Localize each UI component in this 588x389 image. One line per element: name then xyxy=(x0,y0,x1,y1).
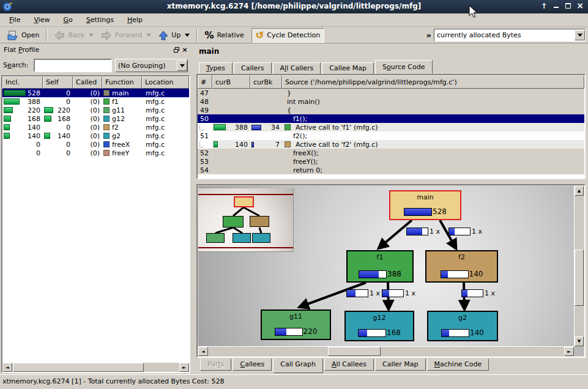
graph-vscrollbar[interactable]: ▲ ▼ xyxy=(574,186,584,346)
scroll-thumb[interactable] xyxy=(328,347,381,356)
flat-profile-row[interactable]: 140140(0)g2mfg.c xyxy=(2,132,189,140)
curb-bar xyxy=(214,141,218,147)
horizontal-splitter[interactable] xyxy=(195,179,588,184)
source-line-row[interactable]: 50f1(); xyxy=(198,114,584,123)
column-header-incl[interactable]: Incl. xyxy=(2,76,43,89)
edge-label-f1-g11[interactable]: 1 x xyxy=(346,289,380,297)
source-column-header-3[interactable]: Source ('/home/philippe/valgrind/littlep… xyxy=(282,75,584,89)
page-title: main xyxy=(199,47,219,56)
scroll-up-button[interactable]: ▲ xyxy=(575,186,584,196)
flat-profile-hscrollbar[interactable]: ◄ ► xyxy=(2,362,189,372)
relative-toggle-button[interactable]: % Relative xyxy=(201,28,247,43)
graph-node-main[interactable]: main528 xyxy=(389,190,461,220)
flat-profile-row[interactable]: 168168(0)g12mfg.c xyxy=(2,114,189,123)
source-column-header-1[interactable]: curB xyxy=(212,75,250,89)
search-input[interactable] xyxy=(34,59,112,72)
graph-node-g2[interactable]: g2140 xyxy=(427,311,498,341)
scroll-right-button[interactable]: ► xyxy=(564,347,574,356)
source-line-row[interactable]: 49{ xyxy=(198,106,584,114)
source-line-row[interactable]: 52freeX(); xyxy=(198,149,584,157)
call-annotation: Active call to 'f2' (mfg.c) xyxy=(293,141,378,149)
graph-node-g12[interactable]: g12168 xyxy=(344,311,414,341)
tab-source-code[interactable]: Source Code xyxy=(375,60,432,74)
tab-caller-map[interactable]: Caller Map xyxy=(375,358,426,371)
tab-callees[interactable]: Callees xyxy=(233,358,272,371)
called-cell: (0) xyxy=(73,114,102,123)
toolbar-overflow-button[interactable]: » xyxy=(424,31,434,40)
dock-close-button[interactable]: × xyxy=(180,46,189,54)
scroll-left-button[interactable]: ◄ xyxy=(198,347,208,356)
self-value: 140 xyxy=(50,132,73,140)
tab-all-callees[interactable]: All Callees xyxy=(324,358,374,371)
tab-callers[interactable]: Callers xyxy=(234,62,272,74)
scroll-thumb[interactable] xyxy=(575,250,584,306)
function-name: f2 xyxy=(112,124,119,132)
location-value: mfg.c xyxy=(142,132,165,140)
open-button[interactable]: Open xyxy=(4,28,43,43)
edge-label-main-f2[interactable]: 1 x xyxy=(448,228,482,235)
source-column-header-2[interactable]: curBk xyxy=(250,75,282,89)
scroll-thumb[interactable] xyxy=(13,363,144,372)
scroll-right-button[interactable]: ► xyxy=(179,363,189,372)
menu-view[interactable]: View xyxy=(28,15,55,25)
source-line-row[interactable]: 53freeY(); xyxy=(198,157,584,166)
up-button[interactable]: Up xyxy=(155,28,193,43)
function-cell: freeY xyxy=(102,149,142,157)
scroll-down-button[interactable]: ▼ xyxy=(575,336,584,346)
tab-callee-map[interactable]: Callee Map xyxy=(322,62,374,74)
tab-types[interactable]: Types xyxy=(199,62,233,74)
tab-all-callers[interactable]: All Callers xyxy=(273,62,321,74)
event-type-combobox[interactable]: currently allocated Bytes xyxy=(434,29,586,42)
graph-overview-minimap[interactable] xyxy=(198,188,294,252)
source-line-row[interactable]: 1407Active call to 'f2' (mfg.c) xyxy=(198,140,584,149)
cycle-detection-button[interactable]: ↺ Cycle Detection xyxy=(251,28,324,43)
source-line-row[interactable]: 38834Active call to 'f1' (mfg.c) xyxy=(198,123,584,132)
curb-cell xyxy=(212,166,250,174)
scroll-left-button[interactable]: ◄ xyxy=(2,363,12,372)
maximize-button[interactable] xyxy=(563,1,573,11)
source-line-row[interactable]: 54return 0; xyxy=(198,166,584,174)
column-header-location[interactable]: Location xyxy=(142,76,189,89)
forward-icon xyxy=(101,31,112,40)
tab-call-graph[interactable]: Call Graph xyxy=(273,358,323,373)
flat-profile-row[interactable]: 00(0)freeYmfg.c xyxy=(2,149,189,157)
flat-profile-row[interactable]: 220220(0)g11mfg.c xyxy=(2,106,189,114)
edge-label-f1-g12[interactable]: 1 x xyxy=(382,289,415,297)
flat-profile-row[interactable]: 00(0)freeXmfg.c xyxy=(2,140,189,149)
source-line-row[interactable]: 48int main() xyxy=(198,97,584,106)
shade-button[interactable]: ↑ xyxy=(539,1,549,11)
call-graph-canvas[interactable]: main528f1388f2140g11220g12168g2140 1 x1 … xyxy=(198,186,584,356)
tab-parts: Parts xyxy=(200,358,231,371)
graph-node-g11[interactable]: g11220 xyxy=(261,309,331,340)
source-cell: { xyxy=(282,106,584,114)
dock-float-button[interactable] xyxy=(172,46,180,54)
edge-label-main-f1[interactable]: 1 x xyxy=(406,228,440,235)
tab-machine-code[interactable]: Machine Code xyxy=(427,358,489,371)
graph-hscrollbar[interactable]: ◄ ► xyxy=(198,346,574,356)
column-header-self[interactable]: Self xyxy=(43,76,73,89)
flat-profile-row[interactable]: 5280(0)mainmfg.c xyxy=(2,89,189,97)
source-column-header-0[interactable]: # xyxy=(198,75,212,89)
graph-node-f2[interactable]: f2140 xyxy=(425,250,498,283)
detail-tab-bar: TypesCallersAll CallersCallee MapSource … xyxy=(199,60,434,74)
source-line-row[interactable]: 47} xyxy=(198,89,584,97)
minimize-button[interactable] xyxy=(551,1,561,11)
menu-go[interactable]: Go xyxy=(58,15,78,25)
grouping-dropdown-button[interactable] xyxy=(177,61,187,71)
close-button[interactable]: × xyxy=(575,1,585,11)
column-header-called[interactable]: Called xyxy=(73,76,102,89)
source-line-row[interactable]: 51f2(); xyxy=(198,132,584,140)
edge-label-f2-g2[interactable]: 1 x xyxy=(461,289,495,297)
grouping-combobox[interactable]: (No Grouping) xyxy=(115,59,188,72)
flat-profile-row[interactable]: 3880(0)f1mfg.c xyxy=(2,97,189,106)
column-header-function[interactable]: Function xyxy=(102,76,142,89)
menu-file[interactable]: File xyxy=(4,15,26,25)
source-code-text: } xyxy=(282,89,291,97)
menu-help[interactable]: Help xyxy=(122,15,148,25)
location-value: mfg.c xyxy=(142,106,165,114)
event-type-dropdown-button[interactable] xyxy=(575,30,585,40)
flat-profile-row[interactable]: 1400(0)f2mfg.c xyxy=(2,123,189,132)
menu-settings[interactable]: Settings xyxy=(81,15,119,25)
graph-node-f1[interactable]: f1388 xyxy=(346,250,414,283)
curb-value: 140 xyxy=(218,141,250,149)
